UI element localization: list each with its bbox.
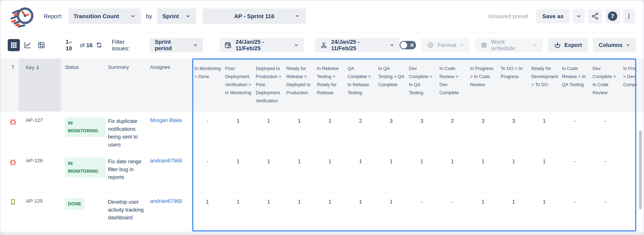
column-header-in-progress-dev-complete[interactable]: In Progress > Dev Complete [621,58,637,111]
chevron-down-icon [294,43,299,48]
preset-status-label: Unsaved preset [488,13,528,20]
column-header-key[interactable]: Key↓ [19,58,61,111]
column-header-qa-complete-in-release-testing[interactable]: QA Complete > In Release Testing [345,58,376,111]
save-as-menu-button[interactable] [573,9,585,23]
share-button[interactable] [588,9,602,23]
pagination-total: 16 [86,42,93,49]
transition-count-cell [621,158,637,192]
vertical-scrollbar-thumb[interactable] [639,130,642,209]
column-header-post-deployment-verification-in-monitoring[interactable]: Post-Deployment Verification > In Monito… [223,58,253,111]
sort-desc-icon[interactable]: ↓ [36,65,40,70]
kebab-menu-icon [626,13,632,20]
transition-count-cell: 1 [376,198,406,233]
chart-view-button[interactable] [22,39,34,51]
summary-cell: Develop user activity tracking dashboard [108,198,150,233]
issue-key[interactable]: AP-125 [26,198,43,204]
chevron-down-icon [390,43,394,48]
assignee-link[interactable]: andrian67968 [150,198,182,204]
format-toggle[interactable] [400,41,416,49]
toolbar-right-actions: Format Work schedule Export [400,38,636,52]
column-header-assignee[interactable]: Assignee [150,58,192,111]
chevron-down-icon [185,14,190,19]
issue-summary[interactable]: Develop user activity tracking dashboard [108,198,147,222]
column-header-label: Assignee [150,65,170,70]
column-header-dev-complete-in-qa-testing[interactable]: Dev Complete > In QA Testing [406,58,437,111]
column-header-label: Key [26,65,34,70]
column-header-in-qa-testing-qa-complete[interactable]: In QA Testing > QA Complete [376,58,406,111]
date-range-dropdown[interactable]: 24/Jan/25 - 11/Feb/25 [219,38,304,52]
transition-count-cell: 1 [468,198,498,233]
export-button[interactable]: Export [548,38,588,52]
refresh-button[interactable] [96,42,102,49]
issue-type-cell [7,158,19,192]
columns-button[interactable]: Columns [593,38,636,52]
row-cells: AP-127IN MONITORINGFix duplicate notific… [0,112,637,152]
refresh-icon [96,42,102,49]
column-header-in-code-review-in-qa-testing[interactable]: In Code Review > In QA Testing [560,58,590,111]
column-header-in-code-review-dev-complete[interactable]: In Code Review > Dev Complete [437,58,468,111]
column-header-in-progress-in-code-review[interactable]: In Progress > In Code Review [468,58,498,111]
transition-count-cell: 1 [529,198,560,233]
app-logo-icon [9,3,35,29]
column-header-summary[interactable]: Summary [108,58,150,111]
sprint-select-dropdown[interactable]: AP - Sprint 116 [203,9,306,24]
chevron-down-icon [626,43,630,48]
trim-range-dropdown[interactable]: 24/Jan/25 - 11/Feb/25 [315,38,400,52]
work-schedule-button[interactable]: Work schedule [475,38,543,52]
column-header-status[interactable]: Status [61,58,108,111]
table-view-button[interactable] [8,39,20,51]
save-as-button[interactable]: Save as [536,9,570,23]
status-badge: IN MONITORING [65,117,106,137]
filter-period-value: Sprint period [155,39,189,52]
column-header-label: In Progress > Dev Complete [623,66,637,87]
horizontal-scrollbar-track[interactable] [0,232,644,235]
column-header-ready-for-development-to-do[interactable]: Ready for Development > To DO [529,58,560,111]
column-header-deployed-to-production-post-deployment-verification[interactable]: Deployed to Production > Post-Deployment… [253,58,284,111]
chevron-down-icon [533,43,537,48]
assignee-link[interactable]: Morgan Blake [150,117,182,123]
assignee-link[interactable]: andrian67968 [150,158,182,164]
top-bar-actions: Unsaved preset Save as ? [488,9,635,23]
status-cell: DONE [61,198,108,233]
column-header-dev-complete-in-code-review[interactable]: Dev Complete > In Code Review [590,58,621,111]
transition-count-cell: 1 [284,117,314,152]
report-label: Report: [44,13,62,20]
issue-key-cell: AP-126 [19,158,61,192]
calendar-clock-icon [224,41,232,49]
column-header-t[interactable]: T [7,58,19,111]
transition-count-cell: 1 [253,158,284,192]
transition-count-cell: 3 [376,117,406,152]
column-header-in-release-testing-ready-for-release[interactable]: In Release Testing > Ready for Release [314,58,345,111]
column-header-label: QA Complete > In Release Testing [348,66,371,95]
column-header-in-monitoring-done[interactable]: In Monitoring > Done [192,58,223,111]
toggle-off-x-icon [410,43,414,47]
transition-count-cell: 3 [498,117,529,152]
issue-key[interactable]: AP-127 [26,117,43,123]
chevron-down-icon [193,43,198,48]
report-type-dropdown[interactable]: Transition Count [68,9,141,24]
transition-count-cell: 1 [223,198,253,233]
filter-period-dropdown[interactable]: Sprint period [150,38,203,52]
group-by-dropdown[interactable]: Sprint [157,9,196,24]
transition-count-cell: 2 [345,117,376,152]
sprint-name-value: AP - Sprint 116 [234,13,274,20]
column-header-to-do-in-progress[interactable]: To DO > In Progress [498,58,529,111]
table-header-cells: TKey↓StatusSummaryAssigneeIn Monitoring … [0,58,637,111]
transition-count-cell: 1 [253,117,284,152]
issue-summary[interactable]: Fix date range filter bug in reports [108,158,147,181]
trim-range-value: 24/Jan/25 - 11/Feb/25 [331,39,386,52]
pagination-range: 1–10 [66,39,78,52]
issue-key[interactable]: AP-126 [26,158,43,163]
column-header-label: Summary [108,65,129,70]
pivot-view-button[interactable] [35,39,48,51]
chevron-down-icon [576,14,582,19]
format-button[interactable]: Format [422,38,470,52]
column-header-ready-for-release-deployed-to-production[interactable]: Ready for Release > Deployed to Producti… [284,58,314,111]
table-body: AP-127IN MONITORINGFix duplicate notific… [0,111,644,233]
help-button[interactable]: ? [605,9,620,23]
more-menu-button[interactable] [623,9,635,23]
issue-summary[interactable]: Fix duplicate notifications being sent t… [108,117,147,149]
column-header-label: In Monitoring > Done [194,66,221,79]
bug-icon [9,118,17,125]
filter-issues-label: Filter issues: [112,39,144,52]
